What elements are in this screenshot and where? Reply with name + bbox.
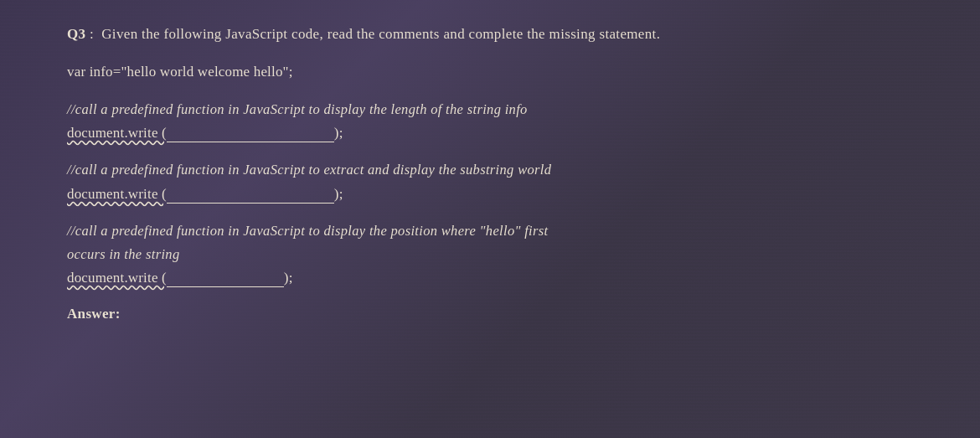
code-suffix-1: ); (334, 125, 343, 141)
code-suffix-2: ); (334, 186, 343, 202)
comment-2: //call a predefined function in JavaScri… (67, 159, 913, 181)
doc-write-prefix-2: document.write ( (67, 186, 167, 202)
doc-write-prefix-1: document.write ( (67, 125, 167, 141)
code-suffix-3: ); (284, 270, 293, 286)
blank-2 (167, 203, 334, 204)
comment-3: //call a predefined function in JavaScri… (67, 220, 913, 242)
code-line-1: document.write ( ); (67, 121, 913, 144)
variable-declaration: var info="hello world welcome hello"; (67, 60, 913, 83)
main-container: Q3 : Given the following JavaScript code… (0, 0, 980, 438)
doc-write-prefix-3: document.write ( (67, 270, 167, 286)
section-3: //call a predefined function in JavaScri… (67, 220, 913, 289)
section-2: //call a predefined function in JavaScri… (67, 159, 913, 205)
question-id: Q3 (67, 26, 85, 42)
code-line-3: document.write ( ); (67, 266, 913, 289)
question-text: Q3 : Given the following JavaScript code… (67, 23, 913, 45)
answer-label: Answer: (67, 306, 913, 322)
code-line-2: document.write ( ); (67, 183, 913, 205)
comment-3-cont: occurs in the string (67, 244, 913, 265)
section-1: //call a predefined function in JavaScri… (67, 99, 913, 145)
question-prompt: : Given the following JavaScript code, r… (90, 26, 660, 42)
comment-1: //call a predefined function in JavaScri… (67, 99, 913, 121)
content-area: Q3 : Given the following JavaScript code… (67, 23, 913, 322)
var-declaration-code: var info="hello world welcome hello"; (67, 60, 913, 83)
question-header: Q3 : Given the following JavaScript code… (67, 23, 913, 45)
blank-3 (167, 286, 284, 287)
blank-1 (167, 142, 334, 142)
